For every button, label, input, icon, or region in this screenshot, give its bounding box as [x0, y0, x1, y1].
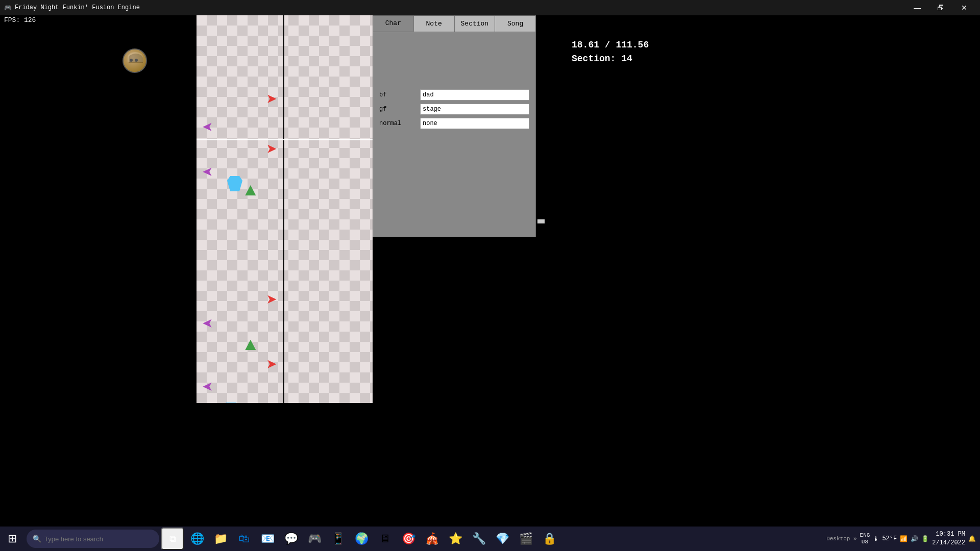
note-left-purple-4[interactable]: ➤ — [202, 380, 213, 398]
language-indicator: ENGUS — [860, 532, 870, 545]
section-display: Section: 14 — [572, 52, 649, 66]
app-title: Friday Night Funkin' Fusion Engine — [15, 4, 140, 11]
character-sprite — [122, 48, 147, 73]
taskbar-app11[interactable]: ⭐ — [444, 528, 467, 550]
sidebar-panel: Char Note Section Song bf gf normal — [373, 15, 536, 237]
search-input[interactable] — [44, 535, 153, 543]
field-row-normal: normal — [379, 118, 529, 129]
panel-content: bf gf normal — [373, 32, 535, 138]
title-bar: 🎮 Friday Night Funkin' Fusion Engine — 🗗… — [0, 0, 980, 15]
title-bar-left: 🎮 Friday Night Funkin' Fusion Engine — [4, 4, 140, 12]
tab-note[interactable]: Note — [414, 16, 455, 32]
v-divider-center — [283, 15, 284, 403]
volume-icon: 🔊 — [911, 535, 918, 543]
weather-icon: 🌡 — [873, 535, 879, 543]
taskbar-apps: 🌐 📁 🛍 📧 💬 🎮 📱 🌍 🖥 🎯 🎪 ⭐ 🔧 💎 🎬 🔒 — [186, 528, 560, 550]
chart-area[interactable]: ➤ ➤ ➤ ➤ ▲ ➤ ➤ ▲ ➤ ➤ ▼ — [197, 15, 373, 403]
notifications-button[interactable]: 🔔 — [968, 535, 976, 543]
app-icon: 🎮 — [4, 4, 12, 12]
checkerboard — [197, 15, 373, 403]
taskbar-store[interactable]: 🛍 — [233, 528, 255, 550]
taskbar-app14[interactable]: 🎬 — [514, 528, 537, 550]
tab-song[interactable]: Song — [495, 16, 535, 32]
taskbar-right: Desktop » ENGUS 🌡 52°F 📶 🔊 🔋 10:31 PM 2/… — [826, 530, 980, 547]
note-left-purple-3[interactable]: ➤ — [202, 316, 213, 335]
minimize-button[interactable]: — — [905, 0, 929, 15]
note-right-red-1[interactable]: ➤ — [266, 92, 278, 110]
scrollbar-handle[interactable] — [537, 219, 545, 223]
note-left-purple-2[interactable]: ➤ — [202, 165, 213, 183]
weather-temp: 52°F — [882, 535, 897, 542]
clock-time: 10:31 PM — [932, 530, 965, 539]
tab-char[interactable]: Char — [373, 16, 414, 32]
field-row-gf: gf — [379, 104, 529, 115]
task-view-button[interactable]: ⧉ — [161, 528, 184, 550]
search-icon: 🔍 — [33, 535, 41, 543]
desktop-button[interactable]: Desktop » — [826, 536, 856, 542]
info-display: 18.61 / 111.56 Section: 14 — [572, 38, 649, 66]
time-display: 18.61 / 111.56 — [572, 38, 649, 52]
taskbar-app15[interactable]: 🔒 — [538, 528, 560, 550]
tab-section[interactable]: Section — [455, 16, 496, 32]
note-down-blue-1[interactable]: ▼ — [226, 399, 237, 403]
taskbar-chrome[interactable]: 🌍 — [350, 528, 373, 550]
taskbar-app12[interactable]: 🔧 — [468, 528, 490, 550]
clock[interactable]: 10:31 PM 2/14/2022 — [932, 530, 965, 547]
taskbar-app8[interactable]: 🖥 — [374, 528, 396, 550]
note-up-green-1[interactable]: ▲ — [245, 182, 256, 201]
note-right-red-3[interactable]: ➤ — [266, 292, 278, 311]
field-row-bf: bf — [379, 89, 529, 101]
taskbar: ⊞ 🔍 ⧉ 🌐 📁 🛍 📧 💬 🎮 📱 🌍 🖥 🎯 🎪 ⭐ 🔧 💎 🎬 🔒 De… — [0, 527, 980, 551]
close-button[interactable]: ✕ — [952, 0, 976, 15]
taskbar-steam[interactable]: 🎮 — [303, 528, 326, 550]
field-input-gf[interactable] — [420, 104, 529, 115]
fps-display: FPS: 126 — [4, 16, 36, 24]
taskbar-explorer[interactable]: 📁 — [209, 528, 232, 550]
taskbar-app9[interactable]: 🎯 — [397, 528, 420, 550]
maximize-button[interactable]: 🗗 — [929, 0, 952, 15]
start-button[interactable]: ⊞ — [0, 527, 24, 551]
note-left-purple-1[interactable]: ➤ — [202, 120, 213, 138]
search-bar[interactable]: 🔍 — [27, 530, 159, 548]
h-divider — [197, 139, 373, 140]
field-input-normal[interactable] — [420, 118, 529, 129]
taskbar-whatsapp[interactable]: 📱 — [327, 528, 349, 550]
note-up-green-2[interactable]: ▲ — [245, 337, 256, 355]
wifi-icon: 📶 — [900, 535, 908, 543]
taskbar-app13[interactable]: 💎 — [491, 528, 513, 550]
clock-date: 2/14/2022 — [932, 539, 965, 547]
field-input-bf[interactable] — [420, 89, 529, 101]
taskbar-edge[interactable]: 🌐 — [186, 528, 208, 550]
taskbar-mail[interactable]: 📧 — [256, 528, 279, 550]
title-bar-controls: — 🗗 ✕ — [905, 0, 976, 15]
battery-icon: 🔋 — [921, 535, 929, 543]
note-right-red-4[interactable]: ➤ — [266, 357, 278, 375]
taskbar-app10[interactable]: 🎪 — [421, 528, 443, 550]
taskbar-discord[interactable]: 💬 — [280, 528, 302, 550]
note-right-red-2[interactable]: ➤ — [266, 142, 278, 160]
tabs-container: Char Note Section Song — [373, 16, 535, 32]
